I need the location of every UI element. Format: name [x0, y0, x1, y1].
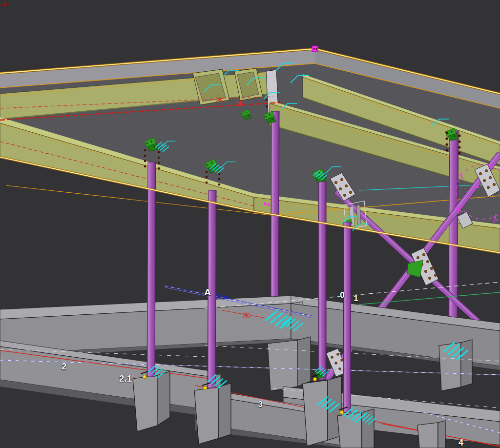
grid-label-4[interactable]: 4	[458, 438, 463, 447]
column-gridA-1[interactable]	[147, 162, 156, 377]
column-grid0-3[interactable]	[343, 222, 351, 412]
pedestal-5[interactable]	[337, 409, 374, 448]
mini-handle	[268, 204, 270, 206]
grid-label-A[interactable]: A	[204, 287, 211, 297]
grid-label-21[interactable]: 2.1	[119, 374, 132, 383]
column-grid0-center[interactable]	[271, 111, 279, 312]
grid-label-2[interactable]: 2	[62, 362, 67, 371]
pedestal-center-back[interactable]	[268, 337, 311, 391]
slab-corner-handle	[312, 46, 318, 52]
grid-label-1[interactable]: 1	[354, 294, 358, 303]
pedestal-4[interactable]	[303, 376, 341, 446]
column-grid1-right[interactable]	[448, 131, 458, 339]
column-grid0-2[interactable]	[318, 182, 326, 380]
pedestal-6[interactable]	[417, 421, 445, 448]
mini-handle	[264, 203, 267, 205]
pedestal-2[interactable]	[194, 383, 231, 444]
grid-label-0[interactable]: 0	[340, 291, 344, 299]
model-viewport[interactable]: A 0 1 2 2.1 3 4	[0, 0, 500, 448]
grid-label-3[interactable]: 3	[258, 400, 262, 408]
